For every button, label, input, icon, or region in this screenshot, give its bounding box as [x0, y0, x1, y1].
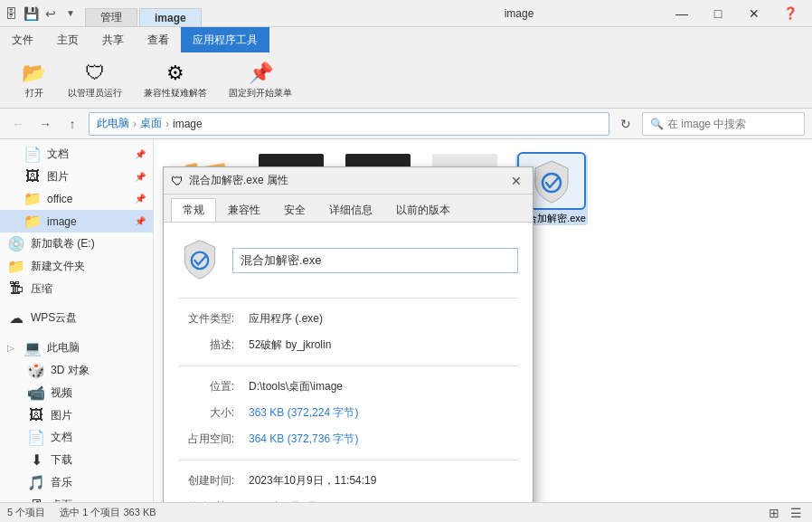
tb-icon-file[interactable]: 🗄 — [4, 6, 18, 21]
sidebar-item-new-folder[interactable]: 📁 新建文件夹 — [0, 255, 153, 278]
sidebar-label-documents: 文档 — [47, 147, 69, 162]
label-modified: 修改时间: — [178, 499, 241, 502]
sidebar-label-pictures3: 图片 — [51, 408, 72, 423]
dialog-row-created: 创建时间: 2023年10月9日，11:54:19 — [178, 468, 518, 494]
dialog-tab-compatibility[interactable]: 兼容性 — [216, 198, 272, 222]
dialog-tab-details[interactable]: 详细信息 — [317, 198, 384, 222]
drive-e-icon: 💿 — [7, 235, 25, 252]
sidebar-item-this-pc[interactable]: ▷ 💻 此电脑 — [0, 337, 153, 359]
ribbon-tab-view[interactable]: 查看 — [136, 27, 181, 52]
sidebar-item-docs3[interactable]: 📄 文档 — [0, 426, 153, 449]
status-bar: 5 个项目 选中 1 个项目 363 KB ⊞ ☰ — [0, 502, 812, 522]
sidebar-label-this-pc: 此电脑 — [47, 340, 80, 356]
sidebar-item-desktop[interactable]: 🖥 桌面 — [0, 494, 153, 502]
title-bar: 🗄 💾 ↩ ▼ 管理 image image — □ ✕ ❓ — [0, 0, 812, 27]
minimize-button[interactable]: — — [664, 0, 700, 27]
dialog-overlay: 🛡 混合加解密.exe 属性 ✕ 常规 兼容性 安全 详细信息 以前的版本 — [154, 139, 812, 502]
label-disk-size: 占用空间: — [178, 432, 241, 447]
dialog-row-location: 位置: D:\tools\桌面\image — [178, 374, 518, 400]
dialog-title-icon: 🛡 — [171, 174, 184, 188]
label-created: 创建时间: — [178, 473, 241, 489]
3d-icon: 🎲 — [27, 362, 45, 379]
divider-2 — [178, 365, 518, 366]
pin-icon: 📌 — [135, 149, 146, 159]
address-path[interactable]: 此电脑 › 桌面 › image — [89, 112, 609, 136]
dropdown-arrow[interactable]: ▼ — [63, 6, 78, 21]
sidebar-item-office[interactable]: 📁 office 📌 — [0, 187, 153, 210]
maximize-button[interactable]: □ — [700, 0, 736, 27]
desktop-icon: 🖥 — [27, 497, 45, 502]
divider-3 — [178, 460, 518, 460]
pin-icon3: 📌 — [135, 194, 146, 204]
value-disk-size: 364 KB (372,736 字节) — [249, 432, 518, 447]
sidebar-item-drive-e[interactable]: 💿 新加载卷 (E:) — [0, 233, 153, 255]
ribbon: 文件 主页 共享 查看 应用程序工具 📂 打开 🛡 以管理员运行 ⚙ 兼容性疑难… — [0, 27, 812, 109]
search-box[interactable]: 🔍 — [642, 112, 805, 136]
sidebar-label-downloads: 下载 — [51, 452, 72, 468]
value-desc: 52破解 by_jkrolin — [249, 337, 518, 353]
dialog-row-size: 大小: 363 KB (372,224 字节) — [178, 400, 518, 426]
sidebar-item-music[interactable]: 🎵 音乐 — [0, 471, 153, 494]
expand-icon: ▷ — [7, 343, 18, 353]
downloads-icon: ⬇ — [27, 451, 45, 469]
ribbon-pin-btn[interactable]: 📌 固定到开始菜单 — [222, 58, 299, 103]
content-area: 📁 — [154, 139, 812, 502]
search-input[interactable] — [667, 118, 797, 130]
tb-icon-save[interactable]: 💾 — [24, 6, 38, 21]
new-folder-icon: 📁 — [7, 258, 25, 275]
ribbon-tab-home[interactable]: 主页 — [45, 27, 90, 52]
value-created: 2023年10月9日，11:54:19 — [249, 473, 518, 489]
docs3-icon: 📄 — [27, 429, 45, 446]
sidebar-item-documents[interactable]: 📄 文档 📌 — [0, 143, 153, 166]
ribbon-tab-file[interactable]: 文件 — [0, 27, 45, 52]
titlebar-icons: 🗄 💾 ↩ ▼ — [4, 6, 78, 21]
dialog-tab-security[interactable]: 安全 — [272, 198, 317, 222]
ribbon-tab-app-tools[interactable]: 应用程序工具 — [181, 27, 269, 52]
sidebar-label-3d: 3D 对象 — [51, 363, 90, 378]
sidebar-label-image: image — [47, 215, 77, 228]
sidebar-label-video: 视频 — [51, 385, 72, 401]
selected-info: 选中 1 个项目 363 KB — [60, 506, 156, 519]
dialog-file-name-box[interactable]: 混合加解密.exe — [232, 248, 518, 273]
label-type: 文件类型: — [178, 311, 241, 327]
dialog-content: 混合加解密.exe 文件类型: 应用程序 (.exe) 描述: 52破解 by_… — [164, 223, 533, 502]
close-button[interactable]: ✕ — [736, 0, 772, 27]
tab-image[interactable]: image — [139, 8, 202, 26]
sidebar-item-3d[interactable]: 🎲 3D 对象 — [0, 359, 153, 382]
sidebar-item-image[interactable]: 📁 image 📌 — [0, 210, 153, 233]
sidebar-item-video[interactable]: 📹 视频 — [0, 382, 153, 404]
office-icon: 📁 — [24, 190, 42, 207]
view-grid-btn[interactable]: ⊞ — [765, 506, 783, 520]
dialog-row-disk-size: 占用空间: 364 KB (372,736 字节) — [178, 426, 518, 452]
ribbon-open-btn[interactable]: 📂 打开 — [14, 58, 53, 103]
value-location: D:\tools\桌面\image — [249, 379, 518, 394]
dialog-close-button[interactable]: ✕ — [507, 172, 525, 190]
view-list-btn[interactable]: ☰ — [787, 506, 805, 520]
back-button[interactable]: ← — [7, 113, 29, 135]
forward-button[interactable]: → — [34, 113, 56, 135]
ribbon-compatibility-btn[interactable]: ⚙ 兼容性疑难解答 — [137, 58, 214, 103]
ribbon-tabs: 文件 主页 共享 查看 应用程序工具 — [0, 27, 812, 52]
sidebar-item-pictures[interactable]: 🖼 图片 📌 — [0, 166, 153, 187]
ribbon-content: 📂 打开 🛡 以管理员运行 ⚙ 兼容性疑难解答 📌 固定到开始菜单 — [0, 52, 812, 108]
help-button[interactable]: ❓ — [772, 0, 808, 27]
sidebar-item-compressed[interactable]: 🗜 压缩 — [0, 278, 153, 299]
up-button[interactable]: ↑ — [61, 113, 83, 135]
tb-icon-undo[interactable]: ↩ — [43, 6, 58, 21]
refresh-button[interactable]: ↻ — [615, 113, 637, 135]
sidebar-label-drive-e: 新加载卷 (E:) — [31, 236, 95, 252]
view-icons: ⊞ ☰ — [765, 506, 805, 520]
dialog-tab-general[interactable]: 常规 — [171, 198, 216, 222]
pin-icon2: 📌 — [135, 172, 146, 182]
window-controls: — □ ✕ ❓ — [664, 0, 808, 27]
tab-manage[interactable]: 管理 — [85, 8, 137, 26]
ribbon-run-as-admin-btn[interactable]: 🛡 以管理员运行 — [61, 58, 129, 103]
sidebar-item-wps[interactable]: ☁ WPS云盘 — [0, 307, 153, 329]
search-icon: 🔍 — [650, 118, 664, 130]
value-type: 应用程序 (.exe) — [249, 311, 518, 327]
dialog-row-type: 文件类型: 应用程序 (.exe) — [178, 306, 518, 332]
sidebar-item-downloads[interactable]: ⬇ 下载 — [0, 449, 153, 471]
sidebar-item-pictures3[interactable]: 🖼 图片 — [0, 404, 153, 426]
dialog-tab-previous[interactable]: 以前的版本 — [384, 198, 462, 222]
ribbon-tab-share[interactable]: 共享 — [90, 27, 136, 52]
